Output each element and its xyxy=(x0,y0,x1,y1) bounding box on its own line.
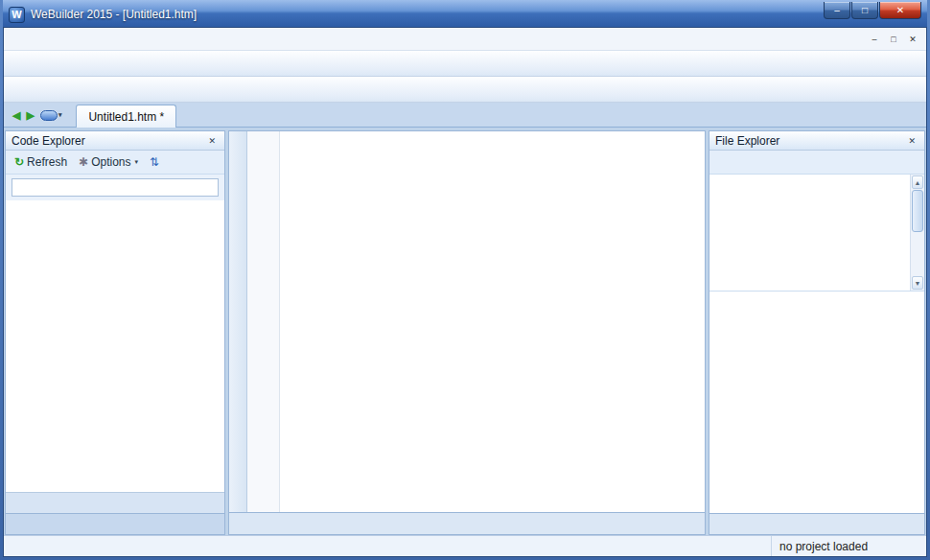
window-body: – □ ✕ ◀ ▶ ▾ Untitled1.htm * Code Explore… xyxy=(3,27,927,557)
code-explorer-panel: Code Explorer ✕ ↻ Refresh ✱ Options ▾ ⇅ xyxy=(5,130,225,535)
code-editor[interactable] xyxy=(247,131,705,512)
scrollbar-track[interactable] xyxy=(911,232,924,275)
file-explorer-title: File Explorer xyxy=(715,134,779,148)
editor-view-tabs xyxy=(229,512,705,534)
editor-area xyxy=(228,130,706,535)
line-number-gutter xyxy=(247,131,280,512)
dropdown-arrow-icon: ▾ xyxy=(135,158,139,166)
code-explorer-header: Code Explorer ✕ xyxy=(6,131,224,151)
left-panel-tabs xyxy=(6,513,224,534)
navigate-back-button[interactable]: ◀ xyxy=(10,105,23,125)
scroll-down-button[interactable]: ▼ xyxy=(912,276,923,290)
mdi-close-button[interactable]: ✕ xyxy=(903,32,922,47)
gear-icon: ✱ xyxy=(79,155,88,169)
refresh-button[interactable]: ↻ Refresh xyxy=(12,153,70,171)
scrollbar[interactable]: ▲ ▼ xyxy=(910,175,924,291)
status-cells xyxy=(4,536,771,556)
file-explorer-panel: File Explorer ✕ ▲ ▼ xyxy=(709,130,925,535)
file-explorer-header: File Explorer ✕ xyxy=(709,131,924,151)
status-bar: no project loaded xyxy=(4,535,926,556)
close-button[interactable]: ✕ xyxy=(879,2,921,19)
project-status: no project loaded xyxy=(771,536,926,556)
drive-tree: ▲ ▼ xyxy=(709,175,924,292)
scroll-up-button[interactable]: ▲ xyxy=(912,175,923,189)
document-tab-bar: ◀ ▶ ▾ Untitled1.htm * xyxy=(4,103,926,128)
options-button[interactable]: ✱ Options ▾ xyxy=(76,153,141,171)
code-explorer-tree xyxy=(6,200,224,492)
code-explorer-filter-input[interactable] xyxy=(12,178,219,197)
document-tab[interactable]: Untitled1.htm * xyxy=(76,105,176,128)
snippet-bar xyxy=(229,131,247,512)
main-toolbar xyxy=(4,51,926,77)
html-toolbar xyxy=(4,77,926,103)
browser-select-button[interactable]: ▾ xyxy=(37,105,65,125)
code-text[interactable] xyxy=(280,131,705,512)
window-title: WeBuilder 2015 - [Untitled1.htm] xyxy=(31,8,197,21)
options-label: Options xyxy=(91,155,130,169)
title-bar[interactable]: W WeBuilder 2015 - [Untitled1.htm] – □ ✕ xyxy=(3,0,927,27)
file-explorer-toolbar xyxy=(709,151,924,175)
code-explorer-toolbar: ↻ Refresh ✱ Options ▾ ⇅ xyxy=(6,151,224,175)
menu-bar: – □ ✕ xyxy=(4,28,926,51)
refresh-icon: ↻ xyxy=(14,155,24,169)
file-explorer-close-icon[interactable]: ✕ xyxy=(905,135,918,147)
browser-icon xyxy=(40,110,58,121)
file-list-area[interactable] xyxy=(709,292,924,513)
scrollbar-thumb[interactable] xyxy=(912,190,923,232)
maximize-button[interactable]: □ xyxy=(851,2,878,19)
dropdown-arrow-icon: ▾ xyxy=(58,111,62,119)
code-explorer-close-icon[interactable]: ✕ xyxy=(205,135,219,147)
sort-button[interactable]: ⇅ xyxy=(147,153,162,171)
minimize-button[interactable]: – xyxy=(824,2,850,19)
code-explorer-title: Code Explorer xyxy=(12,134,85,148)
mdi-controls: – □ ✕ xyxy=(865,32,922,47)
file-explorer-tabs xyxy=(709,513,924,534)
sort-icon: ⇅ xyxy=(150,155,159,169)
workspace: Code Explorer ✕ ↻ Refresh ✱ Options ▾ ⇅ xyxy=(4,128,926,535)
app-logo-icon: W xyxy=(9,7,25,23)
navigate-forward-button[interactable]: ▶ xyxy=(23,105,36,125)
mdi-minimize-button[interactable]: – xyxy=(865,32,884,47)
app-window: W WeBuilder 2015 - [Untitled1.htm] – □ ✕… xyxy=(0,0,930,560)
window-controls: – □ ✕ xyxy=(824,2,921,19)
refresh-label: Refresh xyxy=(27,155,67,169)
mdi-restore-button[interactable]: □ xyxy=(884,32,903,47)
editor-row xyxy=(229,131,705,512)
language-tabs xyxy=(6,492,224,513)
